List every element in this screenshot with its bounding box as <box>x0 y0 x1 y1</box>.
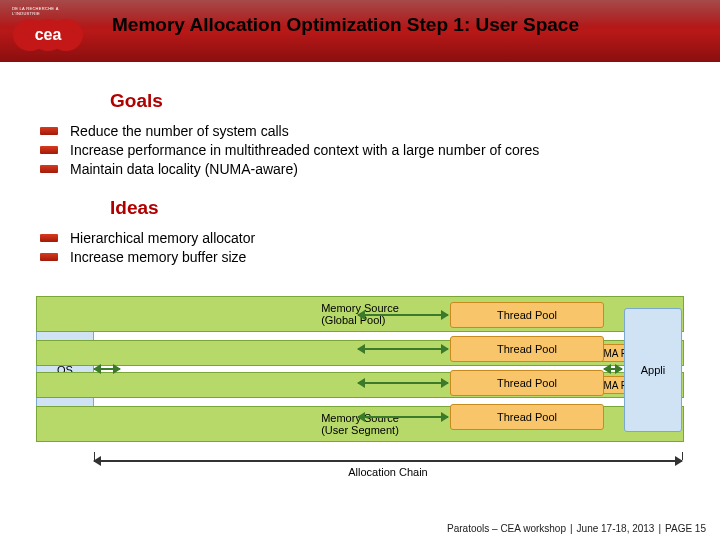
list-item: Increase memory buffer size <box>40 248 720 267</box>
logo-tagline: DE LA RECHERCHE À L'INDUSTRIE <box>12 6 84 16</box>
ideas-heading: Ideas <box>110 197 720 219</box>
goals-heading: Goals <box>110 90 720 112</box>
cea-logo-mark: cea <box>12 18 84 52</box>
arrow-tp-appli <box>604 368 622 370</box>
thread-pool-2: Thread Pool <box>450 336 604 362</box>
cea-logo: DE LA RECHERCHE À L'INDUSTRIE cea <box>12 6 84 52</box>
arrow-mem-tp1 <box>358 314 448 316</box>
thread-pool-1: Thread Pool <box>450 302 604 328</box>
slide-footer: Paratools – CEA workshop|June 17-18, 201… <box>447 523 706 534</box>
svg-text:cea: cea <box>35 26 62 43</box>
arrow-mem-tp4 <box>358 416 448 418</box>
list-item: Reduce the number of system calls <box>40 122 720 141</box>
chain-line <box>94 460 682 462</box>
slide-title: Memory Allocation Optimization Step 1: U… <box>112 14 710 36</box>
arrow-mem-tp2 <box>358 348 448 350</box>
arrow-mem-tp3 <box>358 382 448 384</box>
arrow-os-memsource <box>94 368 120 370</box>
thread-pool-4: Thread Pool <box>450 404 604 430</box>
slide-body: Goals Reduce the number of system calls … <box>0 90 720 284</box>
chain-label: Allocation Chain <box>94 466 682 478</box>
footer-date: June 17-18, 2013 <box>577 523 655 534</box>
list-item: Increase performance in multithreaded co… <box>40 141 720 160</box>
allocator-diagram: OS Memory Source (Global Pool) NUMA Pool… <box>36 296 684 476</box>
list-item: Maintain data locality (NUMA-aware) <box>40 160 720 179</box>
appli-box: Appli <box>624 308 682 432</box>
list-item: Hierarchical memory allocator <box>40 229 720 248</box>
footer-page: PAGE 15 <box>665 523 706 534</box>
thread-pool-3: Thread Pool <box>450 370 604 396</box>
goals-list: Reduce the number of system calls Increa… <box>40 122 720 179</box>
footer-event: Paratools – CEA workshop <box>447 523 566 534</box>
ideas-list: Hierarchical memory allocator Increase m… <box>40 229 720 267</box>
